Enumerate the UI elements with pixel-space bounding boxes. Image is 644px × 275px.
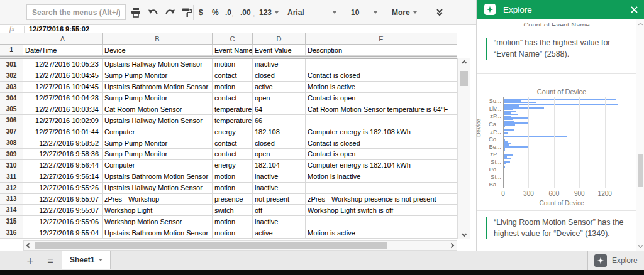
cell[interactable]: Contact is closed: [306, 138, 457, 149]
row-number[interactable]: 308: [0, 138, 23, 149]
cell[interactable]: 12/27/2016 10:02:09: [23, 115, 103, 126]
row-number[interactable]: 313: [0, 194, 23, 205]
cell[interactable]: motion: [213, 216, 253, 227]
cell[interactable]: Sump Pump Monitor: [103, 70, 213, 82]
cell[interactable]: Sump Pump Monitor: [103, 138, 213, 149]
cell[interactable]: 182.108: [253, 126, 306, 138]
row-number[interactable]: 316: [0, 227, 23, 239]
formula-input[interactable]: 12/27/2016 9:55:02: [25, 25, 89, 33]
format-currency-button[interactable]: $: [199, 0, 203, 25]
vertical-scrollbar[interactable]: [457, 58, 470, 239]
cell[interactable]: motion: [213, 171, 253, 183]
row-number[interactable]: 312: [0, 183, 23, 194]
cell[interactable]: 12/27/2016 10:01:44: [23, 126, 103, 138]
cell[interactable]: [306, 216, 457, 227]
cell[interactable]: inactive: [253, 59, 306, 70]
cell[interactable]: 12/27/2016 10:03:34: [23, 104, 103, 116]
cell[interactable]: Upstairs Bathroom Motion Sensor: [103, 227, 213, 239]
cell[interactable]: Upstairs Hallway Motion Sensor: [103, 59, 213, 70]
sheet-tab-sheet1[interactable]: Sheet1: [62, 251, 111, 269]
font-size-dropdown[interactable]: 10: [351, 0, 377, 25]
cell[interactable]: inactive: [253, 216, 306, 227]
cell[interactable]: Workshop Light: [103, 205, 213, 216]
row-number[interactable]: 302: [0, 70, 23, 82]
panel-scroll-thumb[interactable]: [638, 154, 643, 187]
cell[interactable]: Sump Pump Monitor: [103, 149, 213, 160]
cell[interactable]: Contact is open: [306, 149, 457, 160]
scroll-up-arrow[interactable]: [458, 58, 470, 68]
cell[interactable]: energy: [213, 160, 253, 171]
cell[interactable]: 12/27/2016 9:58:36: [23, 149, 103, 160]
undo-icon[interactable]: [146, 6, 160, 19]
row-number[interactable]: 311: [0, 171, 23, 183]
cell[interactable]: Motion is active: [306, 227, 457, 239]
cell[interactable]: motion: [213, 183, 253, 194]
font-family-dropdown[interactable]: Arial: [287, 0, 336, 25]
cell[interactable]: Description: [306, 45, 457, 56]
column-header-e[interactable]: E: [306, 33, 457, 45]
cell[interactable]: 12/27/2016 9:55:26: [23, 183, 103, 194]
explore-toggle-button[interactable]: Explore: [587, 251, 644, 270]
panel-scroll-down-arrow[interactable]: [636, 241, 644, 250]
cell[interactable]: Computer energy is 182.104 kWh: [306, 160, 457, 171]
cell[interactable]: Computer energy is 182.108 kWh: [306, 126, 457, 138]
cell[interactable]: contact: [213, 93, 253, 104]
add-sheet-button[interactable]: +: [23, 254, 38, 269]
cell[interactable]: zPres - Workshop: [103, 194, 213, 205]
column-header-d[interactable]: D: [253, 33, 306, 45]
cell[interactable]: inactive: [253, 183, 306, 194]
cell[interactable]: 66: [253, 115, 306, 126]
paint-format-icon[interactable]: [180, 6, 194, 19]
cell[interactable]: Device: [103, 45, 213, 56]
cell[interactable]: temperature: [213, 104, 253, 116]
cell[interactable]: Cat Room Motion Sensor: [103, 104, 213, 116]
device-count-chart[interactable]: Su...Liv...zP...Ca...zP...Co...Be...zP..…: [503, 97, 620, 188]
number-format-button[interactable]: 123: [259, 0, 279, 25]
row-number[interactable]: 307: [0, 126, 23, 138]
cell[interactable]: motion: [213, 59, 253, 70]
cell[interactable]: 12/27/2016 9:58:52: [23, 138, 103, 149]
select-all-corner[interactable]: [0, 33, 23, 45]
scroll-down-arrow[interactable]: [458, 229, 470, 239]
cell[interactable]: zPres - Workshop presence is not present: [306, 194, 457, 205]
cell[interactable]: Motion is inactive: [306, 171, 457, 183]
scroll-right-arrow[interactable]: [447, 241, 457, 250]
cell[interactable]: switch: [213, 205, 253, 216]
cell[interactable]: open: [253, 93, 306, 104]
cell[interactable]: 12/27/2016 10:04:45: [23, 82, 103, 93]
cell[interactable]: motion: [213, 227, 253, 239]
collapse-toolbar-icon[interactable]: [433, 6, 447, 19]
cell[interactable]: Event Value: [253, 45, 306, 56]
cell[interactable]: Contact is open: [306, 93, 457, 104]
vertical-scroll-thumb[interactable]: [460, 71, 468, 86]
cell[interactable]: inactive: [253, 171, 306, 183]
close-icon[interactable]: [631, 6, 638, 13]
cell[interactable]: Cat Room Motion Sensor temperature is 64…: [306, 104, 457, 116]
cell[interactable]: closed: [253, 138, 306, 149]
more-dropdown[interactable]: More: [392, 0, 417, 25]
format-percent-button[interactable]: %: [212, 0, 219, 25]
cell[interactable]: 64: [253, 104, 306, 116]
row-number[interactable]: 309: [0, 149, 23, 160]
search-menus-input[interactable]: [26, 4, 126, 20]
redo-icon[interactable]: [163, 6, 177, 19]
all-sheets-icon[interactable]: ≡: [43, 254, 58, 269]
cell[interactable]: Date/Time: [23, 45, 103, 56]
cell[interactable]: [306, 183, 457, 194]
cell[interactable]: contact: [213, 149, 253, 160]
horizontal-scroll-thumb[interactable]: [35, 242, 387, 249]
cell[interactable]: 12/27/2016 9:55:07: [23, 194, 103, 205]
row-number[interactable]: 314: [0, 205, 23, 216]
cell[interactable]: 12/27/2016 10:04:45: [23, 70, 103, 82]
cell[interactable]: Computer: [103, 160, 213, 171]
row-number[interactable]: 301: [0, 59, 23, 70]
cell[interactable]: contact: [213, 138, 253, 149]
cell[interactable]: presence: [213, 194, 253, 205]
print-icon[interactable]: [129, 6, 143, 19]
cell[interactable]: [306, 115, 457, 126]
row-number[interactable]: 1: [0, 45, 23, 56]
column-header-c[interactable]: C: [213, 33, 253, 45]
insight-card-event-name[interactable]: “motion” has the highest value for “Even…: [486, 38, 629, 60]
cell[interactable]: 12/27/2016 10:04:28: [23, 93, 103, 104]
cell[interactable]: Upstairs Hallway Motion Sensor: [103, 115, 213, 126]
